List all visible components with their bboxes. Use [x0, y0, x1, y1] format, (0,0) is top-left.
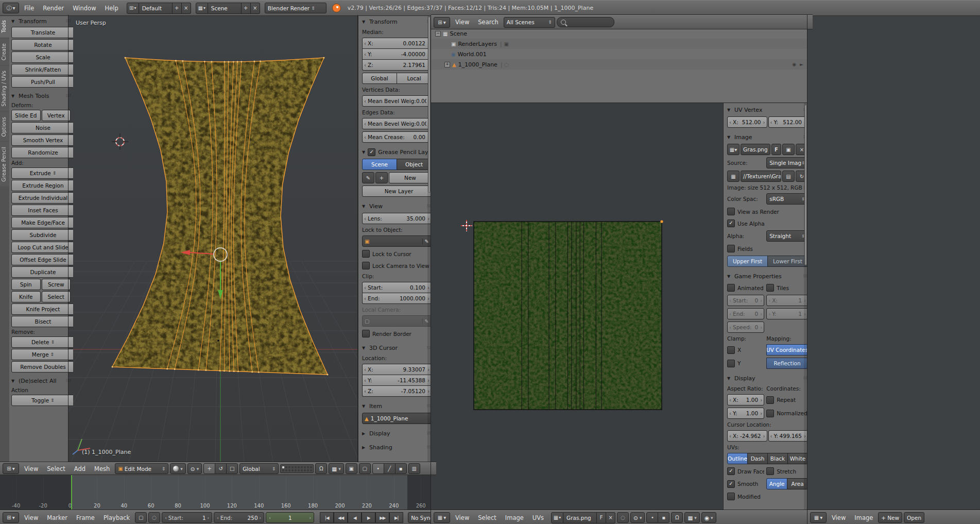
layers-widget[interactable] [280, 464, 314, 473]
vertex-button[interactable]: Vertex [42, 110, 71, 121]
increment-icon[interactable]: › [759, 411, 763, 416]
editor-type-image-button[interactable]: ▦ ▾ [434, 512, 450, 523]
new-button[interactable]: New [389, 172, 432, 183]
decrement-icon[interactable]: ‹ [363, 52, 367, 57]
increment-icon[interactable]: › [759, 397, 763, 403]
grease-pencil-layers-panel-header[interactable]: ▼✓Grease Pencil Layers⠿⠿ [362, 147, 432, 157]
menu-image[interactable]: Image [851, 514, 876, 521]
decrement-icon[interactable]: ‹ [363, 98, 367, 104]
mode-dropdown[interactable]: ▣ Edit Mode ⇕ [115, 463, 168, 474]
z-field[interactable]: ‹Z:-7.05120› [362, 386, 432, 397]
rotate-manipulator-button[interactable]: ↺ [215, 463, 227, 474]
jump-to-start-button[interactable]: |◀ [320, 512, 334, 523]
editor-type-image2-button[interactable]: ▦ ▾ [810, 512, 827, 523]
layout-name-field[interactable]: Default [139, 3, 173, 14]
decrement-icon[interactable]: ‹ [363, 216, 367, 222]
speed-field[interactable]: ‹Speed:0› [727, 322, 764, 333]
spin-button[interactable]: Spin [11, 279, 41, 290]
scene-name-field[interactable]: Scene [208, 3, 242, 14]
open-image-button[interactable]: Open [904, 512, 924, 523]
outliner-row-world-001[interactable]: ◉World.001 [431, 49, 807, 59]
view-as-render-checkbox[interactable]: View as Render [727, 207, 808, 216]
inset-faces-button[interactable]: Inset Faces [11, 205, 73, 216]
menu-frame[interactable]: Frame [73, 514, 98, 521]
extrude-individual-button[interactable]: Extrude Individual [11, 192, 73, 204]
layer-dot[interactable] [307, 469, 309, 471]
delete-button[interactable]: Delete⇕ [11, 336, 73, 348]
pack-icon-button[interactable]: ▣ [782, 144, 795, 155]
menu-window[interactable]: Window [69, 5, 99, 12]
panel-checkbox[interactable]: ✓ [368, 148, 375, 156]
editor-type-info-button[interactable]: ⓘ ▾ [3, 3, 19, 13]
object-field[interactable]: ▣✎ [362, 235, 432, 247]
global-button[interactable]: Global [362, 73, 397, 84]
uv-sticky-select-button[interactable]: ▪ [658, 512, 669, 523]
decrement-icon[interactable]: ‹ [728, 298, 732, 303]
noise-button[interactable]: Noise [11, 122, 73, 133]
pencil-icon-button[interactable]: ✎ [362, 172, 374, 183]
limit-selection-button[interactable]: ▥ [408, 463, 420, 474]
select-button[interactable]: Select [42, 291, 71, 302]
decrement-icon[interactable]: ‹ [363, 388, 367, 394]
decrement-icon[interactable]: ‹ [728, 120, 732, 125]
use-preview-range-button[interactable]: ▢ [135, 512, 147, 523]
image-icon-button[interactable]: ▦ [727, 171, 740, 182]
merge-button[interactable]: Merge⇕ [11, 349, 73, 360]
orientation-dropdown[interactable]: Global ⇕ [239, 463, 279, 474]
fake-user-button[interactable]: F [597, 512, 606, 523]
uv-editor-canvas[interactable] [431, 103, 723, 510]
menu-render[interactable]: Render [39, 5, 67, 12]
image-icon-button[interactable]: ▦▾ [727, 144, 740, 155]
area-divider[interactable] [431, 103, 807, 103]
editor-type-outliner-button[interactable]: ⊞ ▾ [434, 17, 450, 28]
layer-dot[interactable] [288, 469, 290, 471]
edge-select-button[interactable]: ╱ [384, 463, 396, 474]
opengl-render-anim-button[interactable]: ▢ [359, 463, 371, 474]
y-field[interactable]: ‹Y:1.00› [727, 408, 764, 419]
x-field[interactable]: ‹X:1.00› [727, 394, 764, 405]
randomize-button[interactable]: Randomize [11, 147, 73, 158]
layer-dot[interactable] [295, 466, 297, 468]
decrement-icon[interactable]: ‹ [728, 325, 732, 330]
scale-button[interactable]: Scale [11, 52, 73, 63]
translate-manipulator-button[interactable]: + [203, 463, 215, 474]
increment-icon[interactable]: › [310, 515, 312, 520]
render-border-checkbox[interactable]: Render Border [362, 329, 432, 339]
add-scene-button[interactable]: + [242, 3, 251, 14]
jump-to-end-button[interactable]: ▶| [389, 512, 403, 523]
decrement-icon[interactable]: ‹ [728, 397, 732, 403]
menu-file[interactable]: File [21, 5, 38, 12]
editor-type-timeline-button[interactable]: ⊞ ▾ [3, 512, 19, 523]
menu-image[interactable]: Image [502, 514, 527, 521]
layer-dot[interactable] [282, 466, 284, 468]
uv-sync-select-button[interactable]: • [646, 512, 658, 523]
area-divider[interactable] [431, 15, 431, 524]
layer-dot[interactable] [310, 469, 312, 471]
plus-expander-icon[interactable]: + [444, 62, 450, 67]
add-layout-button[interactable]: + [173, 3, 182, 14]
remove-doubles-button[interactable]: Remove Doubles [11, 361, 73, 373]
browse-scenes-button[interactable]: ▦▾ [196, 3, 208, 14]
npanel-divider[interactable] [357, 15, 358, 462]
knife-project-button[interactable]: Knife Project [11, 303, 73, 315]
menu-view[interactable]: View [452, 514, 473, 521]
3d-cursor-panel-header[interactable]: ▼3D Cursor⠿⠿ [362, 343, 432, 352]
viewport-3d[interactable]: User Persp (1) 1_1000_Plane [68, 15, 358, 462]
outliner-row-renderlayers[interactable]: ▣RenderLayers|▣ [431, 39, 807, 49]
layer-dot[interactable] [282, 469, 284, 471]
start-field[interactable]: ‹Start:0› [727, 295, 764, 306]
display-panel-header[interactable]: ▶Display⠿⠿ [362, 429, 432, 438]
outliner-row-scene[interactable]: −▦Scene [431, 28, 807, 39]
snap-magnet-button[interactable]: Ω [315, 463, 327, 474]
scale-manipulator-button[interactable]: □ [226, 463, 238, 474]
decrement-icon[interactable]: ‹ [767, 298, 771, 303]
menu-help[interactable]: Help [101, 5, 122, 12]
view-panel-header[interactable]: ▼View⠿⠿ [362, 201, 432, 211]
plus-icon-button[interactable]: + [375, 172, 388, 183]
extrude-region-button[interactable]: Extrude Region [11, 180, 73, 191]
new-image-button[interactable]: + New [878, 512, 902, 523]
text-field[interactable]: Gras.png [741, 144, 770, 155]
srgb-dropdown[interactable]: sRGB⇕ [766, 193, 808, 205]
layer-dot[interactable] [291, 466, 294, 468]
end-field[interactable]: ‹End:1000.000› [362, 293, 432, 304]
